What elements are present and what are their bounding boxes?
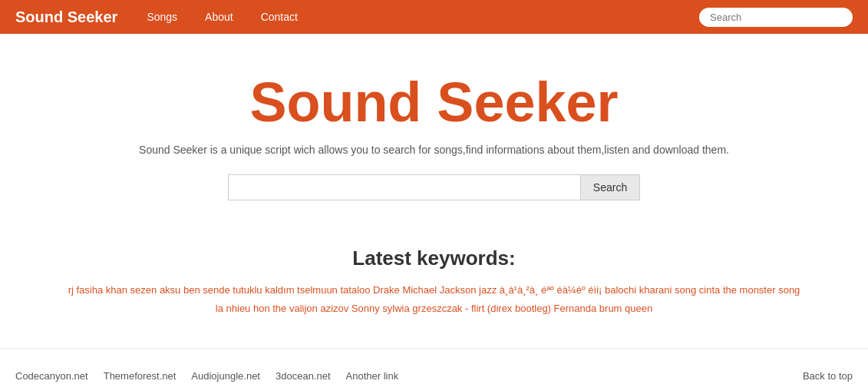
nav-contact[interactable]: Contact [247,0,312,34]
hero-section: Sound Seeker Sound Seeker is a unique sc… [0,34,868,223]
footer-links: Codecanyon.net Themeforest.net Audiojung… [15,370,853,382]
navbar-search-input[interactable] [699,8,853,27]
footer-link-another[interactable]: Another link [346,370,399,382]
back-to-top[interactable]: Back to top [803,370,853,382]
keywords-list: rj fasiha khan sezen aksu ben sende tutu… [66,281,803,317]
hero-title: Sound Seeker [15,72,853,133]
navbar-search-wrapper [699,8,853,27]
nav-about[interactable]: About [191,0,247,34]
hero-search-button[interactable]: Search [581,174,640,200]
hero-description: Sound Seeker is a unique script wich all… [15,144,853,156]
footer: Codecanyon.net Themeforest.net Audiojung… [0,348,868,384]
hero-search-form: Search [15,174,853,200]
footer-link-3docean[interactable]: 3docean.net [276,370,331,382]
hero-search-input[interactable] [228,174,581,200]
keywords-section: Latest keywords: rj fasiha khan sezen ak… [0,223,868,325]
footer-link-codecanyon[interactable]: Codecanyon.net [15,370,88,382]
footer-link-audiojungle[interactable]: Audiojungle.net [191,370,260,382]
nav-links: Songs About Contact [133,0,312,34]
navbar: Sound Seeker Songs About Contact [0,0,868,34]
keywords-heading: Latest keywords: [15,247,853,270]
brand-title: Sound Seeker [15,8,117,26]
footer-link-themeforest[interactable]: Themeforest.net [104,370,177,382]
nav-songs[interactable]: Songs [133,0,191,34]
